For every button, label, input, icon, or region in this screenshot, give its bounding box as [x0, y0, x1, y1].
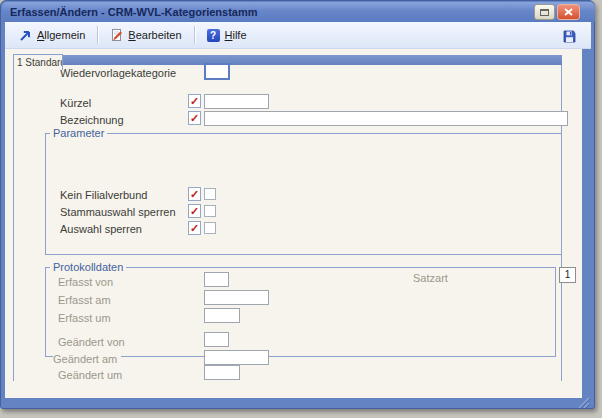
geaendert-um-input[interactable] — [204, 365, 240, 380]
maximize-icon — [540, 9, 549, 16]
auswahl-sperren-label: Auswahl sperren — [60, 223, 142, 235]
close-button[interactable] — [557, 4, 580, 20]
titlebar[interactable]: Erfassen/Ändern - CRM-WVL-Kategorienstam… — [2, 2, 595, 22]
help-icon: ? — [207, 29, 220, 42]
erfasst-um-label: Erfasst um — [58, 312, 111, 324]
tab-label: 1 Standard — [17, 57, 63, 68]
geaendert-von-label: Geändert von — [58, 336, 125, 348]
wiedervorlagekategorie-label: Wiedervorlagekategorie — [60, 67, 176, 79]
wiedervorlagekategorie-input[interactable] — [204, 63, 230, 80]
protokolldaten-legend: Protokolldaten — [50, 261, 126, 274]
save-button[interactable] — [559, 27, 579, 45]
bezeichnung-input[interactable] — [204, 111, 568, 126]
kuerzel-label: Kürzel — [60, 97, 91, 109]
tab-1-standard[interactable]: 1 Standard — [13, 54, 63, 70]
desktop-background: Erfassen/Ändern - CRM-WVL-Kategorienstam… — [0, 0, 602, 418]
parameter-legend: Parameter — [50, 127, 107, 140]
bezeichnung-label: Bezeichnung — [60, 114, 124, 126]
window-title: Erfassen/Ändern - CRM-WVL-Kategorienstam… — [10, 6, 258, 18]
kein-filialverbund-label: Kein Filialverbund — [60, 189, 147, 201]
erfasst-um-input[interactable] — [204, 308, 240, 323]
toolbar-separator — [97, 26, 98, 44]
stammauswahl-sperren-checkbox[interactable] — [204, 205, 216, 217]
geaendert-am-input[interactable] — [204, 350, 269, 365]
toolbar: Allgemein Bearbeiten ? Hilfe — [5, 22, 591, 49]
hilfe-button[interactable]: ? Hilfe — [202, 26, 252, 45]
required-icon: ✓ — [188, 111, 201, 125]
bearbeiten-button[interactable]: Bearbeiten — [105, 25, 186, 45]
allgemein-button[interactable]: Allgemein — [14, 26, 90, 45]
erfasst-von-label: Erfasst von — [58, 276, 113, 288]
close-icon — [564, 8, 573, 16]
kuerzel-input[interactable] — [204, 94, 269, 109]
erfasst-am-label: Erfasst am — [58, 294, 111, 306]
erfasst-am-input[interactable] — [204, 290, 269, 305]
toolbar-separator — [194, 26, 195, 44]
save-icon — [563, 30, 576, 43]
hilfe-label: Hilfe — [225, 29, 247, 41]
erfasst-von-input[interactable] — [204, 272, 229, 287]
kein-filialverbund-checkbox[interactable] — [204, 188, 216, 200]
auswahl-sperren-checkbox[interactable] — [204, 222, 216, 234]
maximize-button[interactable] — [534, 4, 555, 20]
arrow-up-right-icon — [19, 29, 32, 42]
required-icon: ✓ — [188, 187, 201, 201]
stammauswahl-sperren-label: Stammauswahl sperren — [60, 206, 176, 218]
resize-grip-icon[interactable] — [577, 397, 590, 408]
bearbeiten-label: Bearbeiten — [128, 29, 181, 41]
allgemein-label: Allgemein — [37, 29, 85, 41]
required-icon: ✓ — [188, 221, 201, 235]
satzart-value: 1 — [559, 267, 576, 283]
geaendert-von-input[interactable] — [204, 332, 229, 347]
tab-strip — [13, 55, 562, 65]
required-icon: ✓ — [188, 204, 201, 218]
edit-document-icon — [110, 28, 123, 42]
geaendert-um-label: Geändert um — [58, 369, 122, 381]
geaendert-am-label: Geändert am — [53, 353, 121, 365]
panel-left-border — [13, 65, 14, 381]
required-icon: ✓ — [188, 94, 201, 108]
